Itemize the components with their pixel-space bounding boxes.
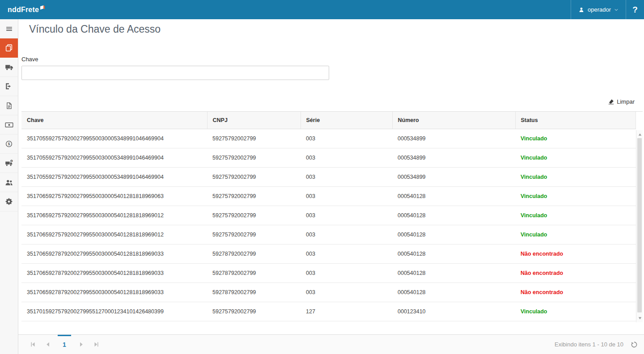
cell-numero: 000123410 — [392, 302, 515, 321]
cell-numero: 000540128 — [392, 206, 515, 225]
refresh-icon[interactable] — [631, 341, 638, 348]
main-content: Vínculo da Chave de Acesso Chave Limpar … — [18, 19, 644, 354]
cell-serie: 003 — [301, 244, 392, 264]
table-row[interactable]: 3517055927579200279955003000534899104646… — [21, 168, 636, 187]
table-row[interactable]: 3517065927579200279955003000540128181896… — [21, 187, 636, 206]
status-badge: Vinculado — [515, 168, 636, 187]
cell-chave: 3517065927579200279955003000540128181896… — [21, 225, 207, 244]
brand-text: nddFrete — [8, 6, 39, 14]
column-header-chave[interactable]: Chave — [21, 112, 207, 129]
banknote-icon — [5, 121, 13, 129]
cell-serie: 003 — [301, 206, 392, 225]
first-page-button[interactable] — [27, 335, 38, 354]
results-grid: Chave CNPJ Série Número Status 351705592… — [21, 111, 643, 321]
toolbar: Limpar — [21, 98, 643, 106]
vertical-scrollbar[interactable] — [636, 130, 643, 322]
settings-gears-icon — [5, 198, 13, 206]
user-label: operador — [588, 6, 611, 13]
table-row[interactable]: 3517065927879200279955003000540128181896… — [21, 264, 636, 283]
status-badge: Vinculado — [515, 129, 636, 148]
currency-dollar-icon: $ — [5, 140, 13, 148]
limpar-label: Limpar — [617, 98, 635, 105]
filter-section: Chave — [21, 56, 643, 80]
export-icon — [5, 82, 13, 90]
cell-numero: 000540128 — [392, 225, 515, 244]
cell-cnpj: 59275792002799 — [207, 148, 301, 168]
sidebar-item-settings[interactable] — [0, 192, 18, 211]
cell-cnpj: 59275792002799 — [207, 206, 301, 225]
pager: 1 Exibindo itens 1 - 10 de 10 — [18, 334, 644, 354]
table-row[interactable]: 3517065927579200279955003000540128181896… — [21, 225, 636, 244]
table-row[interactable]: 3517055927579200279955003000534899104646… — [21, 148, 636, 168]
cell-numero: 000540128 — [392, 244, 515, 264]
access-key-link-icon — [5, 44, 13, 52]
cell-cnpj: 59275792002799 — [207, 302, 301, 321]
sidebar-item-banknote[interactable] — [0, 115, 18, 135]
cell-chave: 3517065927879200279955003000540128181896… — [21, 244, 207, 264]
menu-toggle[interactable] — [0, 19, 18, 38]
freight-payment-icon: $ — [5, 159, 13, 168]
truck-icon — [5, 63, 13, 72]
cell-chave: 3517065927579200279955003000540128181896… — [21, 187, 207, 206]
sidebar-item-freight-payment[interactable]: $ — [0, 154, 18, 173]
cell-serie: 003 — [301, 264, 392, 283]
cell-cnpj: 59275792002799 — [207, 129, 301, 148]
cell-serie: 003 — [301, 187, 392, 206]
top-bar: nddFrete operador ? — [0, 0, 644, 19]
menu-icon — [5, 25, 13, 33]
table-row[interactable]: 3517065927879200279955003000540128181896… — [21, 244, 636, 264]
brand-logo: nddFrete — [0, 6, 45, 14]
svg-text:$: $ — [8, 142, 10, 146]
table-header-row: Chave CNPJ Série Número Status — [21, 112, 636, 129]
cell-numero: 000534899 — [392, 168, 515, 187]
user-menu[interactable]: operador — [571, 0, 626, 19]
column-header-status[interactable]: Status — [515, 112, 636, 129]
cell-numero: 000540128 — [392, 187, 515, 206]
table-row[interactable]: 3517055927579200279955003000534899104646… — [21, 129, 636, 148]
scroll-down-arrow-icon[interactable] — [636, 315, 643, 321]
cell-chave: 3517065927579200279955003000540128181896… — [21, 206, 207, 225]
cell-chave: 3517065927879200279955003000540128181896… — [21, 283, 207, 302]
cell-chave: 3517015927579200279955127000123410142648… — [21, 302, 207, 321]
cell-numero: 000540128 — [392, 264, 515, 283]
cell-serie: 003 — [301, 148, 392, 168]
table-row[interactable]: 3517015927579200279955127000123410142648… — [21, 302, 636, 321]
column-header-cnpj[interactable]: CNPJ — [207, 112, 301, 129]
cell-chave: 3517055927579200279955003000534899104646… — [21, 148, 207, 168]
previous-page-button[interactable] — [42, 335, 53, 354]
brand-flag-icon — [40, 5, 45, 10]
cell-chave: 3517065927879200279955003000540128181896… — [21, 264, 207, 283]
sidebar-item-currency[interactable]: $ — [0, 135, 18, 154]
table-row[interactable]: 3517065927579200279955003000540128181896… — [21, 206, 636, 225]
cell-numero: 000540128 — [392, 283, 515, 302]
scrollbar-thumb[interactable] — [637, 138, 642, 312]
sidebar-item-document[interactable] — [0, 96, 18, 115]
scroll-up-arrow-icon[interactable] — [636, 131, 643, 138]
cell-numero: 000534899 — [392, 129, 515, 148]
document-icon — [5, 102, 13, 110]
chave-input[interactable] — [21, 66, 329, 80]
cell-cnpj: 59275792002799 — [207, 187, 301, 206]
column-header-serie[interactable]: Série — [301, 112, 392, 129]
cell-cnpj: 59275792002799 — [207, 225, 301, 244]
cell-cnpj: 59275792002799 — [207, 168, 301, 187]
sidebar-item-access-key-link[interactable] — [0, 38, 18, 58]
status-badge: Vinculado — [515, 302, 636, 321]
last-page-button[interactable] — [91, 335, 102, 354]
pager-info: Exibindo itens 1 - 10 de 10 — [555, 341, 623, 348]
cell-serie: 003 — [301, 168, 392, 187]
status-badge: Vinculado — [515, 187, 636, 206]
help-button[interactable]: ? — [626, 0, 644, 19]
table-row[interactable]: 3517065927879200279955003000540128181896… — [21, 283, 636, 302]
sidebar: $ $ — [0, 19, 18, 354]
sidebar-item-export[interactable] — [0, 77, 18, 96]
limpar-button[interactable]: Limpar — [606, 98, 637, 105]
sidebar-item-users[interactable] — [0, 173, 18, 192]
column-header-numero[interactable]: Número — [392, 112, 515, 129]
next-page-button[interactable] — [76, 335, 86, 354]
status-badge: Não encontrado — [515, 244, 636, 264]
sidebar-item-truck[interactable] — [0, 58, 18, 77]
cell-chave: 3517055927579200279955003000534899104646… — [21, 129, 207, 148]
status-badge: Não encontrado — [515, 283, 636, 302]
page-number-1[interactable]: 1 — [58, 335, 71, 354]
